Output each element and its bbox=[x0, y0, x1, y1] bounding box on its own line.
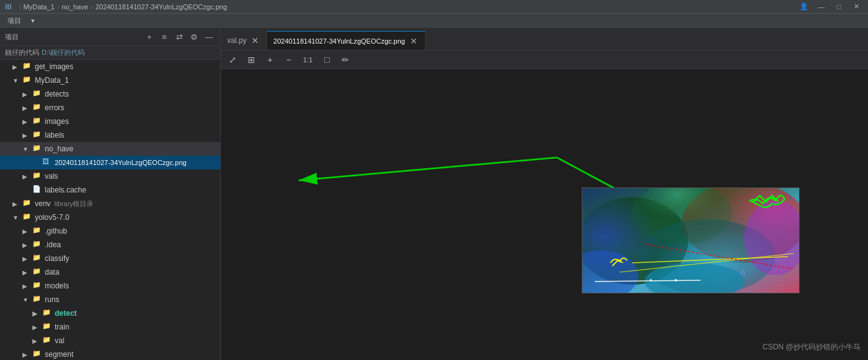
tree-item-get-images[interactable]: ▶ 📁 get_images bbox=[0, 60, 220, 73]
sidebar-actions: + ≡ ⇄ ⚙ — bbox=[143, 31, 215, 44]
tree-item-segment[interactable]: ▶ 📁 segment bbox=[0, 348, 220, 360]
sidebar-header: 项目 + ≡ ⇄ ⚙ — bbox=[0, 29, 220, 46]
tree-item-venv[interactable]: ▶ 📁 venv library根目录 bbox=[0, 197, 220, 211]
sidebar: 项目 + ≡ ⇄ ⚙ — 靓仔的代码 D:\靓仔的代码 ▶ 📁 get_imag… bbox=[0, 29, 221, 360]
breadcrumb-sep1: › bbox=[57, 3, 60, 11]
image-container: ñ bbox=[582, 187, 800, 293]
tab-image[interactable]: 20240118141027-34YulnLzgQEOCzgc.png ✕ bbox=[267, 31, 426, 50]
breadcrumb-filename: 20240118141027-34YulnLzgQEOCzgc.png bbox=[95, 3, 227, 11]
tree-item-data[interactable]: ▶ 📁 data bbox=[0, 265, 220, 279]
tree-item-vals[interactable]: ▶ 📁 vals bbox=[0, 169, 220, 183]
fit-to-window-button[interactable]: ⤢ bbox=[226, 53, 240, 67]
image-viewer[interactable]: ñ CSDN @抄代码抄错的小牛马 bbox=[221, 69, 868, 360]
zoom-out-button[interactable]: − bbox=[282, 53, 296, 67]
svg-point-16 bbox=[650, 279, 652, 282]
add-file-button[interactable]: + bbox=[143, 31, 156, 44]
tab-image-label: 20240118141027-34YulnLzgQEOCzgc.png bbox=[273, 37, 405, 45]
title-bar-actions: 👤 — □ ✕ bbox=[797, 0, 863, 14]
tree-item-runs[interactable]: ▼ 📁 runs bbox=[0, 293, 220, 306]
image-toolbar: ⤢ ⊞ + − 1:1 □ ✏ bbox=[221, 50, 868, 69]
collapse-button[interactable]: — bbox=[203, 31, 215, 44]
tree-item-val[interactable]: ▶ 📁 val bbox=[0, 334, 220, 348]
sidebar-title: 项目 bbox=[5, 32, 19, 42]
menu-project[interactable]: 项目 bbox=[2, 15, 26, 27]
list-view-button[interactable]: ≡ bbox=[158, 31, 170, 44]
breadcrumb-sep2: › bbox=[91, 3, 93, 11]
sync-button[interactable]: ⇄ bbox=[173, 31, 185, 44]
breadcrumb-separator: | bbox=[19, 3, 21, 11]
grid-button[interactable]: ⊞ bbox=[245, 53, 258, 67]
tree-item-models[interactable]: ▶ 📁 models bbox=[0, 279, 220, 293]
tree-item-idea[interactable]: ▶ 📁 .idea bbox=[0, 238, 220, 252]
fit-button[interactable]: □ bbox=[320, 53, 334, 67]
zoom-100-button[interactable]: 1:1 bbox=[301, 53, 315, 67]
tab-val-py-label: val.py bbox=[227, 36, 246, 45]
tab-bar: val.py ✕ 20240118141027-34YulnLzgQEOCzgc… bbox=[221, 29, 868, 50]
tree-item-detect[interactable]: ▶ 📁 detect bbox=[0, 306, 220, 320]
user-icon[interactable]: 👤 bbox=[797, 0, 811, 14]
tree-item-github[interactable]: ▶ 📁 .github bbox=[0, 224, 220, 238]
tree-item-detects[interactable]: ▶ 📁 detects bbox=[0, 87, 220, 101]
tree-item-mydata1[interactable]: ▼ 📁 MyData_1 bbox=[0, 73, 220, 87]
svg-text:ñ: ñ bbox=[741, 268, 745, 277]
path-value: D:\靓仔的代码 bbox=[42, 48, 85, 57]
tree-item-classify[interactable]: ▶ 📁 classify bbox=[0, 252, 220, 265]
tree-item-errors[interactable]: ▶ 📁 errors bbox=[0, 101, 220, 115]
tab-val-py[interactable]: val.py ✕ bbox=[221, 31, 267, 50]
svg-point-17 bbox=[674, 279, 677, 282]
close-button[interactable]: ✕ bbox=[849, 0, 863, 14]
app-logo: iti bbox=[5, 2, 12, 11]
breadcrumb-nohave: no_have bbox=[62, 3, 88, 11]
menu-bar: 项目 ▾ bbox=[0, 14, 868, 29]
annotated-image: ñ bbox=[582, 187, 800, 293]
tree-item-labels[interactable]: ▶ 📁 labels bbox=[0, 128, 220, 142]
tree-item-image-file[interactable]: 🖼 20240118141027-34YulnLzgQEOCzgc.png bbox=[0, 156, 220, 169]
minimize-button[interactable]: — bbox=[814, 0, 828, 14]
title-bar: iti | MyData_1 › no_have › 2024011814102… bbox=[0, 0, 868, 14]
svg-line-1 bbox=[299, 158, 557, 181]
tree-item-train[interactable]: ▶ 📁 train bbox=[0, 320, 220, 334]
tree-item-yolov5[interactable]: ▼ 📁 yolov5-7.0 bbox=[0, 211, 220, 224]
file-tree: ▶ 📁 get_images ▼ 📁 MyData_1 ▶ 📁 detects bbox=[0, 60, 220, 360]
tab-val-py-close[interactable]: ✕ bbox=[250, 36, 260, 45]
breadcrumb-mydata: MyData_1 bbox=[24, 3, 55, 11]
main-container: 项目 + ≡ ⇄ ⚙ — 靓仔的代码 D:\靓仔的代码 ▶ 📁 get_imag… bbox=[0, 29, 868, 360]
maximize-button[interactable]: □ bbox=[832, 0, 846, 14]
path-label: 靓仔的代码 bbox=[5, 48, 39, 57]
menu-dropdown-arrow[interactable]: ▾ bbox=[26, 16, 40, 26]
zoom-in-button[interactable]: + bbox=[263, 53, 277, 67]
tree-item-labels-cache[interactable]: 📄 labels.cache bbox=[0, 183, 220, 197]
tree-item-no-have[interactable]: ▼ 📁 no_have bbox=[0, 142, 220, 156]
tree-item-images[interactable]: ▶ 📁 images bbox=[0, 115, 220, 128]
edit-button[interactable]: ✏ bbox=[338, 53, 352, 67]
sidebar-path: 靓仔的代码 D:\靓仔的代码 bbox=[0, 46, 220, 60]
editor-area: val.py ✕ 20240118141027-34YulnLzgQEOCzgc… bbox=[221, 29, 868, 360]
csdn-watermark: CSDN @抄代码抄错的小牛马 bbox=[762, 342, 861, 353]
settings-button[interactable]: ⚙ bbox=[188, 31, 200, 44]
tab-image-close[interactable]: ✕ bbox=[409, 36, 419, 46]
venv-extra-label: library根目录 bbox=[54, 199, 93, 209]
